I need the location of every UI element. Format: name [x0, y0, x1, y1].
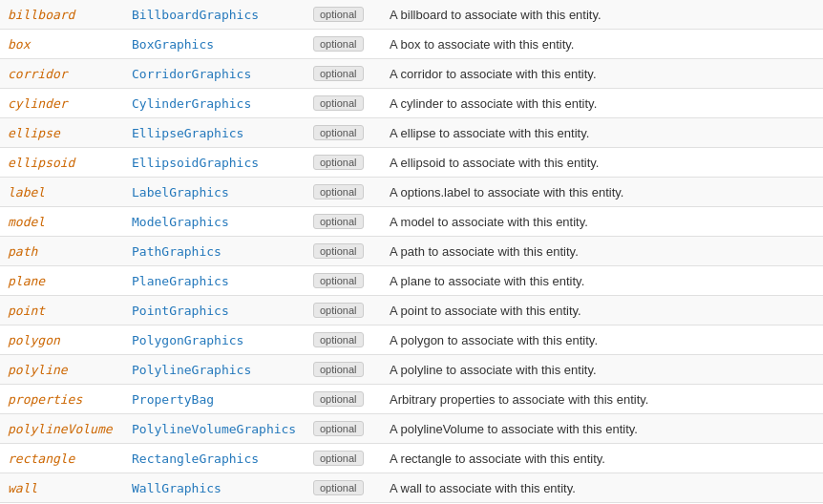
properties-table: billboardBillboardGraphicsoptionalA bill…: [0, 0, 823, 503]
property-name: corridor: [0, 59, 124, 89]
property-type[interactable]: LabelGraphics: [124, 178, 306, 207]
property-description: A box to associate with this entity.: [382, 30, 823, 59]
property-name: point: [0, 296, 124, 326]
type-link[interactable]: EllipseGraphics: [132, 126, 243, 140]
type-link[interactable]: PlaneGraphics: [132, 274, 229, 288]
type-link[interactable]: PathGraphics: [132, 244, 222, 259]
property-type[interactable]: ModelGraphics: [124, 207, 306, 237]
type-link[interactable]: BoxGraphics: [132, 37, 214, 52]
optional-badge: optional: [313, 7, 364, 22]
type-link[interactable]: PropertyBag: [132, 392, 214, 407]
table-row: polylineVolumePolylineVolumeGraphicsopti…: [0, 414, 823, 444]
type-link[interactable]: PolylineGraphics: [132, 363, 251, 377]
optional-badge: optional: [313, 214, 364, 229]
table-row: modelModelGraphicsoptionalA model to ass…: [0, 207, 823, 237]
property-type[interactable]: BoxGraphics: [124, 30, 306, 59]
optional-badge-cell: optional: [306, 266, 382, 296]
property-name: wall: [0, 473, 124, 503]
property-type[interactable]: CylinderGraphics: [124, 89, 306, 118]
type-link[interactable]: PointGraphics: [132, 304, 229, 318]
optional-badge: optional: [313, 480, 364, 495]
type-link[interactable]: PolylineVolumeGraphics: [132, 422, 296, 436]
optional-badge-cell: optional: [306, 444, 382, 473]
optional-badge: optional: [313, 36, 364, 52]
optional-badge-cell: optional: [306, 237, 382, 266]
property-name: properties: [0, 385, 124, 414]
property-type[interactable]: PolylineVolumeGraphics: [124, 414, 306, 444]
property-description: A plane to associate with this entity.: [382, 266, 823, 296]
property-name: ellipse: [0, 118, 124, 148]
property-description: A polylineVolume to associate with this …: [382, 414, 823, 444]
table-row: rectangleRectangleGraphicsoptionalA rect…: [0, 444, 823, 473]
property-name: polygon: [0, 326, 124, 355]
property-description: A options.label to associate with this e…: [382, 178, 823, 207]
optional-badge-cell: optional: [306, 118, 382, 148]
optional-badge: optional: [313, 451, 364, 466]
type-link[interactable]: LabelGraphics: [132, 185, 229, 200]
optional-badge-cell: optional: [306, 414, 382, 444]
property-type[interactable]: PolylineGraphics: [124, 355, 306, 385]
type-link[interactable]: RectangleGraphics: [132, 452, 259, 466]
optional-badge-cell: optional: [306, 385, 382, 414]
type-link[interactable]: CorridorGraphics: [132, 67, 251, 81]
property-type[interactable]: PlaneGraphics: [124, 266, 306, 296]
table-row: ellipsoidEllipsoidGraphicsoptionalA elli…: [0, 148, 823, 178]
table-row: polylinePolylineGraphicsoptionalA polyli…: [0, 355, 823, 385]
property-type[interactable]: EllipseGraphics: [124, 118, 306, 148]
optional-badge-cell: optional: [306, 178, 382, 207]
type-link[interactable]: BillboardGraphics: [132, 8, 259, 22]
table-row: ellipseEllipseGraphicsoptionalA ellipse …: [0, 118, 823, 148]
property-type[interactable]: RectangleGraphics: [124, 444, 306, 473]
property-type[interactable]: EllipsoidGraphics: [124, 148, 306, 178]
property-name: plane: [0, 266, 124, 296]
property-description: A model to associate with this entity.: [382, 207, 823, 237]
optional-badge-cell: optional: [306, 473, 382, 503]
type-link[interactable]: WallGraphics: [132, 481, 222, 495]
property-description: A path to associate with this entity.: [382, 237, 823, 266]
property-description: A polyline to associate with this entity…: [382, 355, 823, 385]
property-name: ellipsoid: [0, 148, 124, 178]
optional-badge: optional: [313, 66, 364, 81]
optional-badge-cell: optional: [306, 326, 382, 355]
optional-badge: optional: [313, 391, 364, 407]
property-type[interactable]: PathGraphics: [124, 237, 306, 266]
table-row: labelLabelGraphicsoptionalA options.labe…: [0, 178, 823, 207]
property-description: A point to associate with this entity.: [382, 296, 823, 326]
property-type[interactable]: PointGraphics: [124, 296, 306, 326]
optional-badge-cell: optional: [306, 30, 382, 59]
optional-badge-cell: optional: [306, 0, 382, 30]
optional-badge: optional: [313, 243, 364, 259]
type-link[interactable]: CylinderGraphics: [132, 96, 251, 111]
table-row: pathPathGraphicsoptionalA path to associ…: [0, 237, 823, 266]
property-description: A wall to associate with this entity.: [382, 473, 823, 503]
property-type[interactable]: BillboardGraphics: [124, 0, 306, 30]
table-row: billboardBillboardGraphicsoptionalA bill…: [0, 0, 823, 30]
optional-badge-cell: optional: [306, 296, 382, 326]
property-description: A ellipse to associate with this entity.: [382, 118, 823, 148]
table-row: planePlaneGraphicsoptionalA plane to ass…: [0, 266, 823, 296]
optional-badge-cell: optional: [306, 148, 382, 178]
property-name: model: [0, 207, 124, 237]
property-name: path: [0, 237, 124, 266]
optional-badge: optional: [313, 273, 364, 288]
type-link[interactable]: ModelGraphics: [132, 215, 229, 229]
property-description: A polygon to associate with this entity.: [382, 326, 823, 355]
property-name: cylinder: [0, 89, 124, 118]
property-name: label: [0, 178, 124, 207]
optional-badge: optional: [313, 303, 364, 318]
property-description: A rectangle to associate with this entit…: [382, 444, 823, 473]
table-row: pointPointGraphicsoptionalA point to ass…: [0, 296, 823, 326]
property-name: box: [0, 30, 124, 59]
property-description: A billboard to associate with this entit…: [382, 0, 823, 30]
optional-badge: optional: [313, 95, 364, 111]
property-type[interactable]: WallGraphics: [124, 473, 306, 503]
type-link[interactable]: PolygonGraphics: [132, 333, 243, 347]
property-description: Arbitrary properties to associate with t…: [382, 385, 823, 414]
type-link[interactable]: EllipsoidGraphics: [132, 156, 259, 170]
optional-badge: optional: [313, 125, 364, 140]
table-row: wallWallGraphicsoptionalA wall to associ…: [0, 473, 823, 503]
property-type[interactable]: PropertyBag: [124, 385, 306, 414]
property-type[interactable]: PolygonGraphics: [124, 326, 306, 355]
property-type[interactable]: CorridorGraphics: [124, 59, 306, 89]
optional-badge: optional: [313, 184, 364, 200]
